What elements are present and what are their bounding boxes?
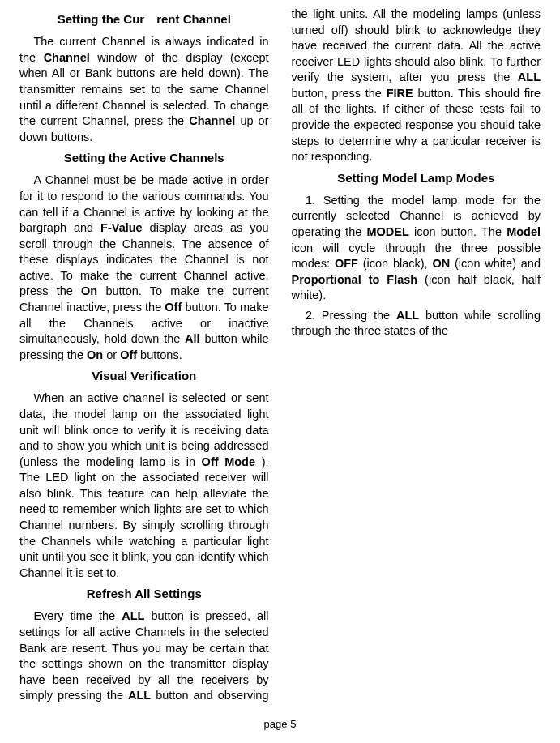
heading-refresh-all-settings: Refresh All Settings [19, 586, 269, 602]
bold-on: On [81, 284, 97, 297]
text: button, press the [292, 87, 387, 100]
bold-model: Model [507, 225, 541, 238]
page: Setting the Cur rent Channel The current… [0, 0, 560, 743]
bold-all: ALL [122, 609, 144, 622]
bold-fvalue: F-Value [100, 221, 143, 234]
paragraph: When an active channel is selected or se… [19, 391, 269, 581]
bold-off: Off [120, 348, 137, 361]
bold-all: ALL [128, 689, 151, 702]
paragraph: The current Channel is always indicat­ed… [19, 34, 269, 145]
bold-all: ALL [518, 70, 541, 83]
text: 2. Pressing the [306, 309, 396, 322]
text: buttons. [137, 348, 182, 361]
bold-on: On [87, 348, 103, 361]
heading-setting-active-channels: Setting the Active Channels [19, 150, 269, 166]
paragraph: A Channel must be be made active in orde… [19, 173, 269, 363]
bold-channel: Channel [189, 114, 235, 127]
bold-proportional: Proportional to Flash [292, 273, 418, 286]
paragraph: 1. Setting the model lamp mode for the c… [292, 193, 541, 304]
text: icon button. The [409, 225, 507, 238]
bold-off: Off [165, 301, 182, 314]
text: (icon white) and [450, 257, 541, 270]
paragraph: 2. Pressing the ALL button while scrolli… [292, 308, 541, 339]
bold-all: ALL [396, 309, 419, 322]
heading-setting-model-lamp-modes: Setting Model Lamp Modes [292, 170, 541, 186]
heading-setting-current-channel: Setting the Cur rent Channel [19, 11, 269, 28]
bold-fire: FIRE [387, 87, 413, 100]
bold-channel: Channel [44, 51, 90, 64]
bold-on: ON [432, 257, 450, 270]
text: ). The LED light on the associated recei… [19, 455, 269, 579]
text: (icon black), [358, 257, 433, 270]
bold-off: OFF [335, 257, 358, 270]
text: or [103, 348, 120, 361]
page-number: page 5 [0, 717, 560, 732]
bold-model: MODEL [366, 225, 408, 238]
heading-visual-verification: Visual Verification [19, 368, 269, 384]
bold-all: All [185, 332, 200, 345]
text: Every time the [33, 609, 122, 622]
bold-off-mode: Off Mode [202, 455, 255, 468]
text-columns: Setting the Cur rent Channel The current… [19, 6, 541, 711]
